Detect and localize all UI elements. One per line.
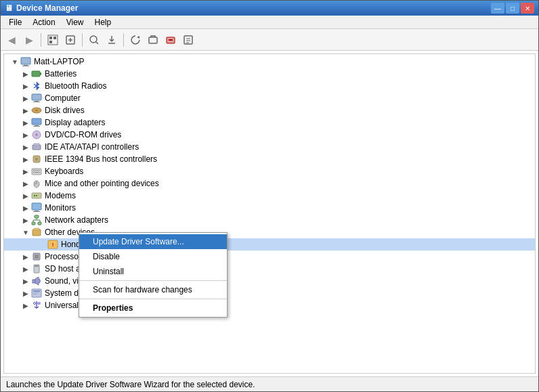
menu-file[interactable]: File: [3, 16, 27, 28]
svg-rect-72: [33, 294, 37, 295]
display-toggle[interactable]: ▶: [20, 117, 31, 128]
menu-action[interactable]: Action: [27, 16, 60, 28]
bluetooth-toggle[interactable]: ▶: [20, 81, 31, 91]
svg-rect-34: [34, 144, 39, 146]
display-icon: [31, 117, 42, 128]
minimize-button[interactable]: —: [491, 3, 504, 14]
close-button[interactable]: ✕: [521, 3, 534, 14]
titlebar-title: Device Manager: [16, 3, 78, 13]
tree-item-network[interactable]: ▶ Network adapters: [4, 214, 535, 226]
ctx-disable[interactable]: Disable: [79, 249, 227, 264]
toolbar-btn-2[interactable]: [62, 32, 79, 48]
root-toggle[interactable]: ▼: [9, 56, 20, 67]
dvd-toggle[interactable]: ▶: [20, 129, 31, 140]
keyboards-toggle[interactable]: ▶: [20, 166, 31, 177]
tree-item-ieee1394[interactable]: ▶ IEEE 1394 Bus host controllers: [4, 153, 535, 165]
modems-label: Modems: [45, 191, 76, 200]
update-driver-button[interactable]: [145, 32, 161, 48]
menu-view[interactable]: View: [61, 16, 89, 28]
other-devices-icon: [31, 227, 42, 238]
network-toggle[interactable]: ▶: [20, 215, 31, 225]
disk-toggle[interactable]: ▶: [20, 105, 31, 116]
ctx-update-driver[interactable]: Update Driver Software...: [79, 234, 227, 249]
svg-point-48: [34, 195, 35, 196]
svg-rect-52: [33, 211, 40, 212]
svg-point-49: [36, 195, 37, 196]
monitors-toggle[interactable]: ▶: [20, 202, 31, 213]
ctx-separator-1: [79, 280, 227, 281]
batteries-toggle[interactable]: ▶: [20, 68, 31, 79]
back-button[interactable]: ◀: [3, 32, 20, 48]
mice-toggle[interactable]: ▶: [20, 178, 31, 189]
bluetooth-icon: [31, 81, 42, 91]
svg-rect-40: [37, 170, 39, 171]
tree-root[interactable]: ▼ Matt-LAPTOP: [4, 56, 535, 68]
computer-toggle[interactable]: ▶: [20, 93, 31, 104]
display-label: Display adapters: [45, 118, 105, 127]
tree-item-disk[interactable]: ▶ Disk drives: [4, 104, 535, 116]
properties-button[interactable]: [180, 32, 196, 48]
menubar: File Action View Help: [1, 16, 538, 29]
tree-item-modems[interactable]: ▶ Modems: [4, 190, 535, 202]
svg-rect-30: [33, 126, 40, 127]
system-toggle[interactable]: ▶: [20, 288, 31, 299]
svg-rect-21: [32, 71, 40, 77]
svg-rect-61: [34, 228, 39, 230]
sound-toggle[interactable]: ▶: [20, 276, 31, 286]
toolbar-separator-3: [123, 33, 124, 47]
titlebar-controls: — □ ✕: [491, 3, 534, 14]
device-manager-window: 🖥 Device Manager — □ ✕ File Action View …: [0, 0, 539, 392]
computer-label: Computer: [45, 93, 81, 103]
modems-toggle[interactable]: ▶: [20, 190, 31, 201]
svg-text:!: !: [52, 242, 54, 248]
tree-item-display[interactable]: ▶ Display adapters: [4, 116, 535, 129]
svg-rect-11: [149, 37, 157, 43]
svg-line-8: [96, 42, 98, 44]
ide-toggle[interactable]: ▶: [20, 141, 31, 152]
tree-item-computer[interactable]: ▶ Computer: [4, 92, 535, 104]
tree-item-dvd[interactable]: ▶ DVD/CD-ROM drives: [4, 129, 535, 141]
mice-label: Mice and other pointing devices: [45, 179, 159, 188]
ctx-uninstall[interactable]: Uninstall: [79, 264, 227, 279]
tree-item-batteries[interactable]: ▶ Batteries: [4, 68, 535, 80]
svg-rect-3: [49, 41, 52, 43]
ctx-properties[interactable]: Properties: [79, 301, 227, 315]
maximize-button[interactable]: □: [506, 3, 519, 14]
other-devices-toggle[interactable]: ▼: [20, 227, 31, 238]
menu-help[interactable]: Help: [89, 16, 117, 28]
svg-rect-44: [39, 172, 40, 173]
titlebar-left: 🖥 Device Manager: [5, 3, 78, 13]
toolbar-btn-4[interactable]: [104, 32, 120, 48]
svg-rect-65: [35, 255, 39, 259]
svg-rect-51: [35, 211, 39, 211]
sd-toggle[interactable]: ▶: [20, 263, 31, 274]
svg-point-27: [35, 110, 38, 111]
tree-item-bluetooth[interactable]: ▶ Bluetooth Radios: [4, 80, 535, 92]
svg-rect-28: [32, 118, 41, 125]
toolbar-btn-1[interactable]: [45, 32, 61, 48]
tree-item-mice[interactable]: ▶ Mice and other pointing devices: [4, 177, 535, 190]
processors-toggle[interactable]: ▶: [20, 251, 31, 262]
svg-marker-10: [137, 36, 139, 39]
tree-item-ide[interactable]: ▶ IDE ATA/ATAPI controllers: [4, 141, 535, 153]
tree-item-monitors[interactable]: ▶ Monitors: [4, 202, 535, 214]
svg-rect-50: [32, 203, 41, 210]
titlebar: 🖥 Device Manager — □ ✕: [1, 1, 538, 16]
tree-item-keyboards[interactable]: ▶ Keyboards: [4, 165, 535, 177]
svg-rect-22: [40, 72, 41, 75]
uninstall-button[interactable]: [163, 32, 179, 48]
svg-rect-1: [49, 37, 52, 39]
forward-button[interactable]: ▶: [21, 32, 37, 48]
hondata-icon: !: [47, 239, 58, 250]
ctx-scan-hardware[interactable]: Scan for hardware changes: [79, 282, 227, 297]
svg-rect-68: [33, 280, 35, 283]
device-tree[interactable]: ▼ Matt-LAPTOP ▶ Batteries ▶ B: [3, 53, 536, 374]
svg-rect-23: [32, 94, 41, 100]
toolbar-separator-1: [41, 33, 41, 47]
monitors-label: Monitors: [45, 203, 76, 213]
usb-toggle[interactable]: ▶: [20, 300, 31, 311]
ieee-toggle[interactable]: ▶: [20, 154, 31, 165]
toolbar-btn-3[interactable]: [86, 32, 102, 48]
ide-icon: [31, 141, 42, 152]
scan-hardware-button[interactable]: [127, 32, 144, 48]
